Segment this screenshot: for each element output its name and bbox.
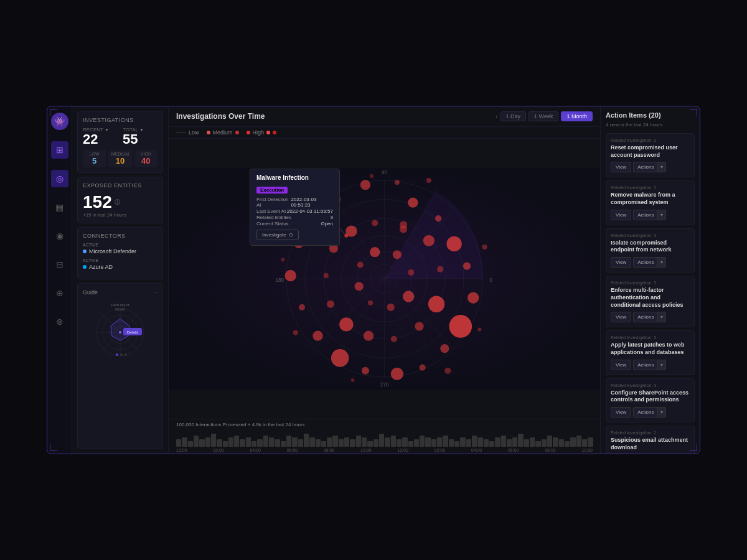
svg-point-56 [391, 336, 397, 342]
timeline-bar [402, 437, 407, 447]
timeline-bar [547, 436, 552, 447]
timeline-label: 06:00 [508, 448, 519, 452]
timeline-bar [524, 439, 529, 447]
legend-label-medium: Medium [213, 129, 233, 136]
view-btn-4[interactable]: View [611, 312, 631, 322]
timeline-bar [501, 436, 506, 447]
view-btn-5[interactable]: View [611, 360, 631, 370]
actions-arrow-4[interactable]: ▾ [657, 312, 665, 322]
timeline-bar [367, 441, 372, 447]
legend-dot-high2 [266, 131, 270, 134]
tooltip-value-4: Open [321, 221, 333, 226]
chart-legend: Low Medium High [169, 127, 600, 139]
svg-point-67 [403, 291, 414, 302]
grid-icon: ⊟ [56, 259, 63, 269]
related-inv-2: Related Investigation: 2 [611, 185, 690, 190]
svg-point-50 [395, 180, 400, 185]
svg-text:180: 180 [276, 278, 284, 283]
svg-point-53 [437, 266, 443, 273]
investigate-button[interactable]: Investigate ⊙ [256, 230, 299, 240]
sidebar-item-calendar[interactable]: ▦ [51, 198, 68, 216]
actions-arrow-5[interactable]: ▾ [657, 360, 665, 370]
timeline-bar [316, 439, 321, 447]
timeline-labels: 12:0002:0004:0006:0008:0010:0012:0002:00… [176, 448, 593, 452]
radar-container: 90 270 0 180 Malware Infection Execution… [169, 139, 600, 419]
timeline-bar [356, 436, 361, 447]
timeline-bar [327, 437, 332, 447]
timeline-bar [188, 441, 193, 447]
timeline-bar [321, 441, 326, 447]
svg-point-60 [324, 273, 329, 278]
timeline-bar [582, 439, 587, 447]
legend-label-high: High [253, 129, 265, 136]
svg-point-35 [463, 263, 471, 270]
timeline-bar [228, 437, 233, 447]
action-card-2: Related Investigation: 2 Remove malware … [606, 180, 695, 225]
action-title-5: Apply latest patches to web applications… [611, 342, 690, 356]
timeline-bar [251, 441, 256, 447]
timeline-bar [176, 439, 181, 447]
total-filter-icon[interactable]: ▼ [139, 128, 144, 132]
actions-btn-6[interactable]: Actions [634, 408, 657, 417]
connector-dot-2 [83, 265, 87, 269]
svg-point-74 [477, 327, 481, 331]
time-btn-1day[interactable]: 1 Day [500, 111, 527, 121]
timeline-bar [454, 441, 459, 447]
nav-prev[interactable]: ‹ [496, 113, 497, 120]
time-btn-1week[interactable]: 1 Week [529, 111, 558, 121]
left-panel: Investigations RECENT ▼ 22 TOTAL ▼ 55 [72, 106, 169, 454]
exposed-entities-section: Exposed Entities 152 ⓘ +15 in last 24 ho… [77, 177, 163, 223]
timeline-bar [275, 439, 280, 447]
actions-arrow-1[interactable]: ▾ [657, 162, 665, 172]
time-btn-1month[interactable]: 1 Month [561, 111, 593, 121]
high-label: HIGH [136, 152, 156, 156]
actions-group-2: Actions ▾ [633, 210, 666, 220]
recent-investigations: RECENT ▼ 22 [83, 127, 118, 146]
timeline-label: 08:00 [324, 448, 335, 452]
svg-point-59 [327, 301, 334, 308]
sidebar-item-home[interactable]: ⊞ [51, 141, 68, 159]
timeline-label: 12:00 [176, 448, 187, 452]
related-inv-5: Related Investigation: 3 [611, 335, 690, 340]
sidebar-item-target[interactable]: ◎ [51, 170, 68, 187]
sidebar-item-user[interactable]: ◉ [51, 227, 68, 245]
right-panel: Action Items (20) 4 new in the last 24 h… [600, 106, 700, 454]
actions-btn-3[interactable]: Actions [634, 258, 657, 267]
action-title-1: Reset compromised user account password [611, 144, 690, 159]
high-value: 40 [136, 156, 156, 166]
timeline-bar [588, 437, 593, 447]
action-card-1: Related Investigation: 2 Reset compromis… [606, 133, 695, 177]
view-btn-3[interactable]: View [611, 257, 631, 268]
bottom-bar: 100,000 Interactions Processed + 4.9k in… [169, 419, 600, 454]
actions-btn-5[interactable]: Actions [634, 360, 657, 370]
tooltip-value-2: 2022-04-03 11:09:57 [287, 208, 333, 214]
actions-btn-4[interactable]: Actions [634, 312, 657, 322]
guide-minimize-button[interactable]: − [154, 289, 157, 296]
actions-btn-1[interactable]: Actions [634, 162, 657, 172]
timeline-label: 04:00 [471, 448, 482, 452]
svg-point-63 [372, 220, 378, 226]
recent-filter-icon[interactable]: ▼ [105, 128, 109, 132]
sidebar-item-settings[interactable]: ⊗ [51, 313, 68, 330]
sidebar-item-share[interactable]: ⊕ [51, 284, 68, 302]
actions-btn-2[interactable]: Actions [634, 210, 657, 220]
svg-text:Details: Details [127, 330, 138, 334]
legend-line-low [176, 133, 186, 133]
timeline-bar [344, 437, 349, 447]
sidebar-item-grid[interactable]: ⊟ [51, 256, 68, 273]
view-btn-1[interactable]: View [611, 162, 631, 172]
timeline-label: 10:00 [581, 448, 593, 452]
interactions-delta: + 4.9k in the last 24 hours [248, 422, 305, 427]
svg-point-40 [391, 368, 403, 380]
svg-point-77 [293, 330, 298, 335]
actions-arrow-3[interactable]: ▾ [657, 258, 665, 267]
view-btn-2[interactable]: View [611, 210, 631, 220]
related-inv-1: Related Investigation: 2 [611, 138, 690, 142]
tooltip-title: Malware Infection [256, 174, 333, 181]
main-content: Investigations Over Time ‹ 1 Day 1 Week … [169, 106, 600, 454]
corner-br [690, 444, 697, 451]
actions-arrow-6[interactable]: ▾ [657, 408, 665, 417]
actions-arrow-2[interactable]: ▾ [657, 210, 665, 220]
legend-dot-high [247, 131, 250, 134]
view-btn-6[interactable]: View [611, 407, 631, 418]
